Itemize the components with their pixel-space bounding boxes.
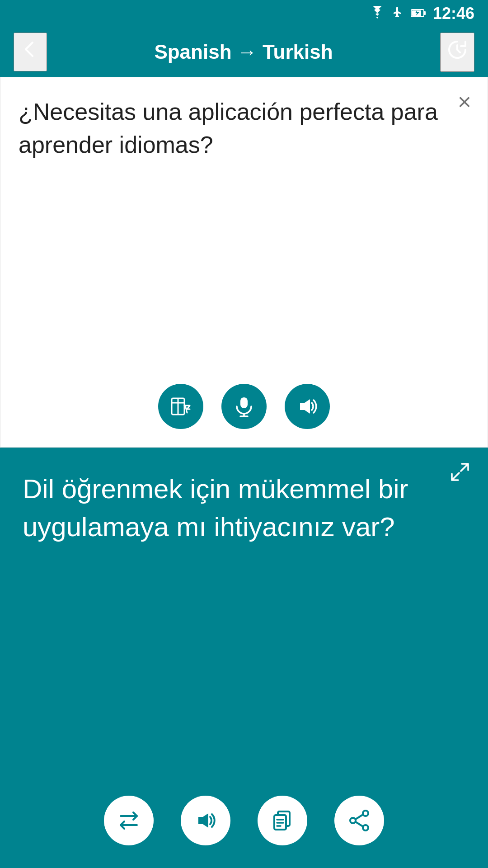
svg-rect-1 bbox=[424, 11, 426, 15]
svg-point-14 bbox=[363, 811, 368, 816]
translation-panel: Dil öğrenmek için mükemmel bir uygulamay… bbox=[0, 448, 488, 868]
source-actions bbox=[0, 370, 488, 447]
share-button[interactable] bbox=[334, 796, 384, 845]
copy-button[interactable] bbox=[258, 796, 307, 845]
source-panel: × ¿Necesitas una aplicación perfecta par… bbox=[0, 77, 488, 448]
translation-text: Dil öğrenmek için mükemmel bir uygulamay… bbox=[0, 448, 488, 787]
nav-bar: Spanish → Turkish bbox=[0, 27, 488, 77]
history-button[interactable] bbox=[440, 33, 474, 72]
close-button[interactable]: × bbox=[458, 90, 471, 113]
svg-point-15 bbox=[363, 825, 368, 830]
svg-point-16 bbox=[350, 818, 356, 823]
translation-actions bbox=[0, 787, 488, 868]
airplane-icon bbox=[391, 5, 405, 22]
microphone-button[interactable] bbox=[221, 384, 267, 429]
translate-button[interactable] bbox=[158, 384, 203, 429]
expand-button[interactable] bbox=[448, 460, 472, 489]
svg-line-17 bbox=[356, 815, 363, 819]
wifi-icon bbox=[370, 6, 385, 22]
speaker-source-button[interactable] bbox=[285, 384, 330, 429]
swap-button[interactable] bbox=[104, 796, 154, 845]
svg-line-18 bbox=[356, 822, 363, 826]
status-time: 12:46 bbox=[433, 4, 474, 23]
nav-title: Spanish → Turkish bbox=[47, 41, 440, 63]
status-bar: 12:46 bbox=[0, 0, 488, 27]
battery-icon bbox=[411, 6, 427, 21]
back-button[interactable] bbox=[14, 33, 47, 71]
svg-rect-6 bbox=[240, 397, 248, 408]
source-text-input[interactable]: ¿Necesitas una aplicación perfecta para … bbox=[0, 77, 488, 370]
volume-button[interactable] bbox=[181, 796, 230, 845]
